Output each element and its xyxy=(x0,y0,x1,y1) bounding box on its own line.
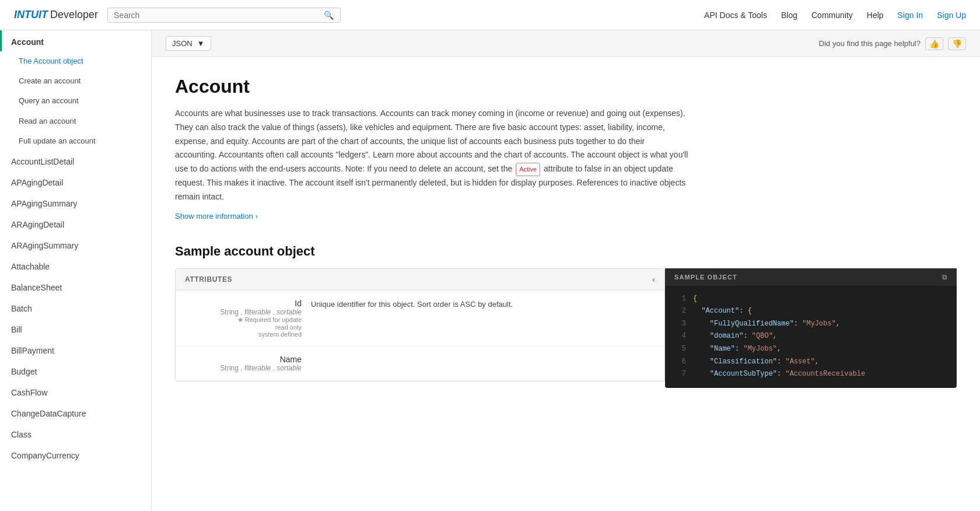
search-bar[interactable]: 🔍 xyxy=(107,8,341,23)
attr-row-name: Name String , filterable , sortable xyxy=(176,346,664,381)
code-line-4: 4 "domain": "QBO", xyxy=(674,330,947,343)
search-icon[interactable]: 🔍 xyxy=(324,10,334,20)
helpful-question: Did you find this page helpful? xyxy=(819,39,921,48)
sidebar-item-apagingsummary[interactable]: APAgingSummary xyxy=(0,193,151,214)
sidebar-item-balancesheet[interactable]: BalanceSheet xyxy=(0,277,151,298)
api-docs-link[interactable]: API Docs & Tools xyxy=(704,10,767,20)
line-num-6: 6 xyxy=(674,356,686,369)
article-description: Accounts are what businesses use to trac… xyxy=(175,107,688,204)
sidebar-item-bill[interactable]: Bill xyxy=(0,319,151,340)
code-line-2: 2 "Account": { xyxy=(674,305,947,318)
thumbs-down-button[interactable]: 👎 xyxy=(948,37,966,50)
collapse-attributes-button[interactable]: ‹ xyxy=(652,275,655,284)
helpful-feedback: Did you find this page helpful? 👍 👎 xyxy=(819,37,966,50)
sidebar-item-query-account[interactable]: Query an account xyxy=(0,91,151,111)
sidebar-item-changedatacapture[interactable]: ChangeDataCapture xyxy=(0,403,151,424)
format-selector[interactable]: JSON ▼ xyxy=(166,36,211,51)
attr-desc-id-col: Unique identifier for this object. Sort … xyxy=(311,299,655,310)
sidebar-item-billpayment[interactable]: BillPayment xyxy=(0,340,151,361)
attr-type-id: String , filterable , sortable xyxy=(185,308,302,316)
sidebar-item-budget[interactable]: Budget xyxy=(0,361,151,382)
top-navigation: INTUIT Developer 🔍 API Docs & Tools Blog… xyxy=(0,0,980,30)
sidebar-item-companycurrency[interactable]: CompanyCurrency xyxy=(0,445,151,466)
attr-name-id: Id xyxy=(185,299,302,308)
logo-intuit: INTUIT xyxy=(14,9,48,21)
sidebar-item-aragingsummary[interactable]: ARAgingSummary xyxy=(0,235,151,256)
nav-left: INTUIT Developer 🔍 xyxy=(14,8,341,23)
code-body: 1 { 2 "Account": { 3 "F xyxy=(665,286,957,388)
sidebar-item-full-update-account[interactable]: Full update an account xyxy=(0,131,151,151)
sidebar-item-attachable[interactable]: Attachable xyxy=(0,256,151,277)
chevron-down-icon: ▼ xyxy=(197,39,205,48)
copy-button[interactable]: ⧉ xyxy=(942,273,947,281)
blog-link[interactable]: Blog xyxy=(781,10,797,20)
nav-right: API Docs & Tools Blog Community Help Sig… xyxy=(704,10,966,20)
sample-title: Sample account object xyxy=(175,244,957,259)
community-link[interactable]: Community xyxy=(811,10,853,20)
sidebar: Account The Account object Create an acc… xyxy=(0,30,152,511)
sidebar-item-class[interactable]: Class xyxy=(0,424,151,445)
code-line-7: 7 "AccountSubType": "AccountsReceivable xyxy=(674,368,947,381)
sidebar-item-apagingdetail[interactable]: APAgingDetail xyxy=(0,172,151,193)
code-line-1: 1 { xyxy=(674,293,947,306)
line-num-5: 5 xyxy=(674,343,686,356)
attr-meta-id: ★ Required for update read only system d… xyxy=(185,316,302,338)
code-header: SAMPLE OBJECT ⧉ xyxy=(665,268,957,286)
code-text-2: "Account": { xyxy=(693,305,752,318)
line-num-3: 3 xyxy=(674,318,686,331)
sign-up-link[interactable]: Sign Up xyxy=(937,10,966,20)
attributes-header: ATTRIBUTES ‹ xyxy=(176,269,664,290)
code-text-5: "Name": "MyJobs", xyxy=(693,343,781,356)
code-text-7: "AccountSubType": "AccountsReceivable xyxy=(693,368,865,381)
attributes-table: ATTRIBUTES ‹ Id String , filterable , so… xyxy=(175,268,665,382)
format-label: JSON xyxy=(172,39,192,48)
article-section: Account Accounts are what businesses use… xyxy=(152,57,712,244)
page-title: Account xyxy=(175,76,688,97)
sidebar-item-account-object[interactable]: The Account object xyxy=(0,51,151,71)
logo-developer: Developer xyxy=(50,9,98,21)
code-line-3: 3 "FullyQualifiedName": "MyJobs", xyxy=(674,318,947,331)
line-num-7: 7 xyxy=(674,368,686,381)
sidebar-item-read-account[interactable]: Read an account xyxy=(0,111,151,131)
main-layout: Account The Account object Create an acc… xyxy=(0,30,980,511)
attr-name-name-col: Name String , filterable , sortable xyxy=(185,355,302,372)
thumbs-up-button[interactable]: 👍 xyxy=(925,37,943,50)
code-line-5: 5 "Name": "MyJobs", xyxy=(674,343,947,356)
sidebar-item-aragingdetail[interactable]: ARAgingDetail xyxy=(0,214,151,235)
sample-section: Sample account object ATTRIBUTES ‹ Id xyxy=(152,244,980,411)
logo[interactable]: INTUIT Developer xyxy=(14,9,98,21)
sign-in-link[interactable]: Sign In xyxy=(898,10,923,20)
sidebar-item-create-account[interactable]: Create an account xyxy=(0,71,151,91)
format-bar: JSON ▼ Did you find this page helpful? 👍… xyxy=(152,30,980,57)
code-text-6: "Classification": "Asset", xyxy=(693,356,819,369)
line-num-4: 4 xyxy=(674,330,686,343)
help-link[interactable]: Help xyxy=(867,10,884,20)
code-panel: SAMPLE OBJECT ⧉ 1 { 2 "Account": { xyxy=(665,268,957,388)
code-text-3: "FullyQualifiedName": "MyJobs", xyxy=(693,318,840,331)
code-text-4: "domain": "QBO", xyxy=(693,330,777,343)
chevron-right-icon: › xyxy=(256,212,258,220)
attr-type-name: String , filterable , sortable xyxy=(185,364,302,372)
code-line-6: 6 "Classification": "Asset", xyxy=(674,356,947,369)
show-more-link[interactable]: Show more information › xyxy=(175,212,258,220)
line-num-1: 1 xyxy=(674,293,686,306)
search-input[interactable] xyxy=(114,10,324,20)
sidebar-account-section[interactable]: Account xyxy=(0,30,151,51)
active-badge: Active xyxy=(516,163,540,176)
attr-desc-id: Unique identifier for this object. Sort … xyxy=(311,299,655,310)
code-text-1: { xyxy=(693,293,697,306)
split-container: ATTRIBUTES ‹ Id String , filterable , so… xyxy=(175,268,957,388)
sidebar-item-batch[interactable]: Batch xyxy=(0,298,151,319)
attr-name-id-col: Id String , filterable , sortable ★ Requ… xyxy=(185,299,302,338)
attributes-panel: ATTRIBUTES ‹ Id String , filterable , so… xyxy=(175,268,665,388)
sidebar-item-cashflow[interactable]: CashFlow xyxy=(0,382,151,403)
line-num-2: 2 xyxy=(674,305,686,318)
attr-name-name: Name xyxy=(185,355,302,364)
main-content: JSON ▼ Did you find this page helpful? 👍… xyxy=(152,30,980,511)
sample-object-label: SAMPLE OBJECT xyxy=(674,274,737,281)
sidebar-item-accountlistdetail[interactable]: AccountListDetail xyxy=(0,151,151,172)
attr-row-id: Id String , filterable , sortable ★ Requ… xyxy=(176,290,664,346)
